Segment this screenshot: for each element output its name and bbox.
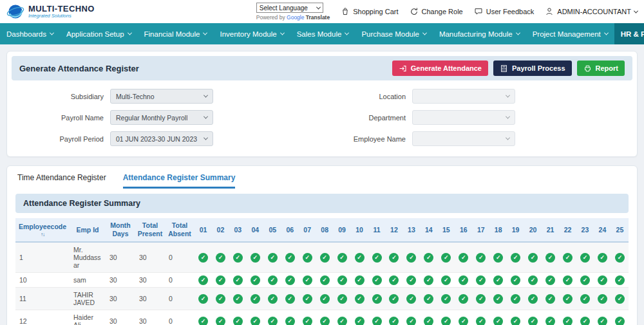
payroll-name-select[interactable]: Regular Monthly Payroll: [110, 110, 213, 125]
day-label: 13: [408, 226, 415, 234]
nav-item-financial-module[interactable]: Financial Module: [138, 23, 214, 44]
day-cell: ✓: [472, 310, 489, 325]
language-select[interactable]: Select Language: [256, 3, 323, 13]
day-label: 21: [547, 226, 554, 234]
col-header-total-present[interactable]: Total Present: [135, 218, 165, 242]
location-select[interactable]: [412, 89, 515, 104]
summary-section-title: Attendance Register Summary: [15, 194, 629, 213]
present-check-icon: ✓: [303, 294, 312, 304]
day-cell: ✓: [229, 288, 247, 310]
present-check-icon: ✓: [389, 294, 399, 304]
present-check-icon: ✓: [198, 317, 208, 325]
day-cell: ✓: [368, 310, 386, 325]
present-check-icon: ✓: [216, 275, 225, 285]
code-cell: 10: [15, 273, 70, 288]
month-cell: 30: [106, 288, 135, 310]
day-cell: ✓: [455, 310, 472, 325]
day-label: 15: [442, 226, 450, 234]
present-check-icon: ✓: [476, 294, 486, 304]
topbar-link-shopping-cart[interactable]: Shopping Cart: [341, 7, 398, 16]
day-label: 25: [616, 226, 624, 234]
department-select[interactable]: [412, 110, 515, 125]
nav-item-label: Sales Module: [297, 30, 342, 38]
day-cell: ✓: [194, 242, 212, 273]
day-column-header: 05: [264, 218, 281, 242]
topbar-link-label: Change Role: [422, 8, 463, 15]
chevron-down-icon: [634, 8, 638, 13]
day-cell: ✓: [212, 273, 229, 288]
form-field-payroll-name: Payroll NameRegular Monthly Payroll: [20, 110, 322, 125]
google-wordmark: Google: [287, 14, 304, 21]
present-check-icon: ✓: [216, 317, 225, 325]
day-column-header: 10: [351, 218, 368, 242]
present-check-icon: ✓: [303, 317, 312, 325]
subsidiary-select[interactable]: Multi-Techno: [110, 89, 213, 104]
present-check-icon: ✓: [459, 294, 468, 304]
topbar-link-change-role[interactable]: Change Role: [410, 7, 463, 16]
report-button[interactable]: Report: [577, 60, 625, 76]
col-header-emp-id[interactable]: Emp Id: [70, 218, 106, 242]
day-cell: ✓: [351, 242, 368, 273]
language-widget: Select Language Powered by Google Transl…: [256, 3, 330, 21]
day-column-header: 22: [559, 218, 576, 242]
day-cell: ✓: [611, 273, 629, 288]
nav-item-project-management[interactable]: Project Management: [526, 23, 614, 44]
table-row: 12Haider Ali30300✓✓✓✓✓✓✓✓✓✓✓✓✓✓✓✓✓✓✓✓✓✓✓…: [15, 310, 629, 325]
day-column-header: 02: [212, 218, 229, 242]
topbar-link-user-feedback[interactable]: User Feedback: [474, 7, 535, 16]
nav-item-inventory-module[interactable]: Inventory Module: [213, 23, 290, 44]
nav-item-dashboards[interactable]: Dashboards: [0, 23, 60, 44]
present-check-icon: ✓: [355, 294, 365, 304]
day-cell: ✓: [385, 242, 402, 273]
day-label: 03: [234, 226, 242, 234]
nav-item-manufacturing-module[interactable]: Manufacturing Module: [433, 23, 526, 44]
present-check-icon: ✓: [303, 275, 312, 285]
nav-item-label: Inventory Module: [220, 30, 276, 38]
code-cell: 1: [15, 242, 70, 273]
form-field-department: Department: [322, 110, 624, 125]
day-label: 11: [373, 226, 380, 234]
tab-attendance-register-summary[interactable]: Attendance Register Summary: [123, 173, 236, 189]
topbar-link-admin-accountant[interactable]: ADMIN-ACCOUNTANT: [545, 7, 638, 16]
nav-item-hr-payroll[interactable]: HR & Payroll: [614, 23, 644, 44]
present-check-icon: ✓: [251, 253, 260, 263]
day-cell: ✓: [281, 273, 299, 288]
day-cell: ✓: [281, 242, 299, 273]
present-check-icon: ✓: [424, 253, 433, 263]
day-cell: ✓: [402, 242, 420, 273]
day-column-header: 20: [524, 218, 542, 242]
present-check-icon: ✓: [198, 294, 208, 304]
col-header-month-days[interactable]: Month Days: [106, 218, 135, 242]
nav-item-sales-module[interactable]: Sales Module: [290, 23, 355, 44]
day-cell: ✓: [334, 288, 351, 310]
field-label: Subsidiary: [20, 93, 110, 100]
column-label: Total Absent: [167, 221, 193, 238]
generate-attendance-button[interactable]: Generate Attendance: [392, 60, 488, 76]
present-check-icon: ✓: [580, 317, 590, 325]
employee-name-select[interactable]: [412, 131, 515, 146]
table-row: 10sam30300✓✓✓✓✓✓✓✓✓✓✓✓✓✓✓✓✓✓✓✓✓✓✓✓✓: [15, 273, 629, 288]
present-check-icon: ✓: [389, 275, 399, 285]
nav-item-purchase-module[interactable]: Purchase Module: [355, 23, 433, 44]
present-cell: 30: [135, 242, 165, 273]
brand-tagline: Integrated Solutions: [28, 13, 95, 19]
present-check-icon: ✓: [528, 253, 538, 263]
present-check-icon: ✓: [493, 294, 503, 304]
absent-cell: 0: [165, 310, 194, 325]
payroll-process-button[interactable]: Payroll Process: [493, 60, 572, 76]
day-cell: ✓: [437, 310, 455, 325]
day-cell: ✓: [229, 273, 247, 288]
day-label: 12: [390, 226, 398, 234]
col-header-employeecode[interactable]: Employeecode↑↓: [15, 218, 70, 242]
column-label: Employeecode: [19, 223, 66, 231]
payroll-period-select[interactable]: 01 JUN 2023-30 JUN 2023: [110, 131, 213, 146]
sort-icon[interactable]: ↑↓: [17, 232, 68, 237]
day-column-header: 14: [420, 218, 437, 242]
nav-item-application-setup[interactable]: Application Setup: [60, 23, 138, 44]
present-check-icon: ✓: [372, 317, 382, 325]
day-cell: ✓: [437, 273, 455, 288]
topbar-links: Shopping CartChange RoleUser FeedbackADM…: [341, 7, 638, 16]
tab-time-attendance-register[interactable]: Time Attendance Register: [17, 173, 106, 189]
day-column-header: 09: [334, 218, 351, 242]
col-header-total-absent[interactable]: Total Absent: [165, 218, 194, 242]
